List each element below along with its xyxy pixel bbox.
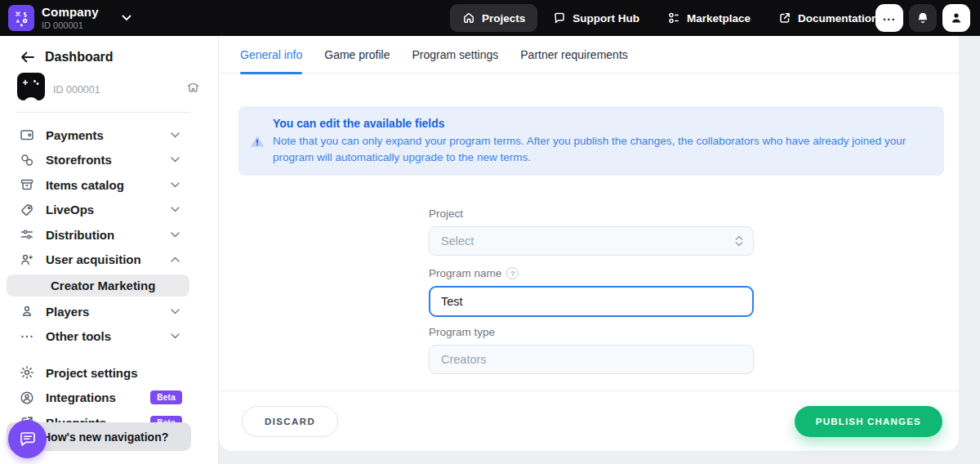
sidebar-item-liveops[interactable]: LiveOps [0,198,218,223]
project-avatar [17,73,45,100]
project-select-placeholder: Select [441,234,474,248]
tab-bar: General info Game profile Program settin… [219,36,959,74]
home-icon [462,11,475,25]
form-footer: DISCARD PUBLISH CHANGES [219,390,959,451]
sidebar-item-distribution[interactable]: Distribution [0,222,218,248]
sidebar-item-user-acquisition[interactable]: User acquisition [0,248,218,273]
program-name-input[interactable] [429,286,754,317]
sidebar-item-other-tools[interactable]: Other tools [0,324,218,350]
company-name: Company [42,6,99,20]
storefront-icon [20,153,34,167]
company-id: ID 000001 [42,20,99,30]
warning-triangle-icon [250,118,265,165]
nav-support-hub[interactable]: Support Hub [541,4,652,32]
nav-projects[interactable]: Projects [450,4,537,32]
user-plus-icon [20,252,34,267]
topbar-actions: ... [875,4,970,32]
ellipsis-icon: ... [883,10,896,23]
program-type-placeholder: Creators [441,353,487,366]
project-home-icon[interactable] [186,80,200,93]
gamepad-icon [17,73,45,100]
more-options-button[interactable]: ... [875,4,903,32]
menu-gap [0,349,218,360]
chat-bubble-icon [19,431,37,448]
back-arrow-icon [20,51,34,63]
sidebar-item-items-catalog[interactable]: Items catalog [0,172,218,198]
user-icon [20,304,34,319]
sidebar-menu: Payments Storefronts Items catalog [0,118,218,435]
info-banner-text: You can edit the available fields Note t… [273,117,931,165]
chevron-down-icon [167,309,182,315]
account-button[interactable] [942,4,970,32]
tab-game-profile[interactable]: Game profile [324,36,390,73]
external-link-icon [778,11,791,25]
select-updown-icon [735,235,743,247]
nav-documentation[interactable]: Documentation [766,4,890,32]
company-chevron-down-icon[interactable] [122,15,131,21]
tab-program-settings[interactable]: Program settings [412,36,498,73]
discard-button[interactable]: DISCARD [242,406,338,437]
sidebar-item-integrations[interactable]: Integrations Beta [0,386,218,411]
chevron-down-icon [167,157,182,163]
program-form: Project Select Program name ? Program ty… [429,207,754,374]
top-nav: Projects Support Hub Marketplace Documen… [450,0,890,36]
sidebar: Dashboard ID 000001 Payments [0,36,219,464]
info-banner-body: Note that you can only expand your progr… [273,133,931,165]
topbar: Company ID 000001 Projects Support Hub M… [0,0,980,36]
chat-icon [553,11,566,25]
publish-changes-button[interactable]: PUBLISH CHANGES [795,406,942,437]
project-name [53,78,186,84]
chat-fab-button[interactable] [8,420,47,458]
tab-general-info[interactable]: General info [240,36,302,73]
beta-badge: Beta [150,390,182,404]
project-id: ID 000001 [53,84,186,96]
nav-label: Marketplace [687,12,751,25]
dots-icon [20,329,34,344]
company-block[interactable]: Company ID 000001 [42,6,99,30]
card-icon [20,127,34,142]
project-select[interactable]: Select [429,226,754,256]
field-program-type: Program type Creators [429,326,754,374]
chevron-down-icon [167,232,182,238]
program-type-input: Creators [429,345,754,374]
project-label: Project [429,207,754,220]
chevron-down-icon [167,333,182,339]
logo-glyphs-icon [8,5,34,31]
nav-marketplace[interactable]: Marketplace [655,4,763,32]
box-icon [20,177,34,192]
sidebar-item-project-settings[interactable]: Project settings [0,360,218,386]
tag-icon [20,203,34,217]
sidebar-item-players[interactable]: Players [0,299,218,324]
bell-icon [916,11,929,25]
nav-label: Documentation [798,12,878,25]
sidebar-item-payments[interactable]: Payments [0,123,218,148]
back-label: Dashboard [45,50,114,65]
program-name-label: Program name [429,267,501,279]
project-switcher[interactable]: ID 000001 [0,69,218,110]
company-logo-icon[interactable] [8,5,34,31]
integration-icon [20,390,34,405]
main-content: General info Game profile Program settin… [219,36,959,451]
project-meta: ID 000001 [53,78,186,96]
field-program-name: Program name ? [429,267,754,317]
notifications-button[interactable] [909,4,937,32]
info-banner: You can edit the available fields Note t… [238,106,944,176]
gear-icon [20,365,34,380]
sidebar-item-storefronts[interactable]: Storefronts [0,148,218,173]
nav-label: Projects [482,12,525,25]
tab-partner-requirements[interactable]: Partner requirements [520,36,628,73]
nav-label: Support Hub [572,12,639,25]
sidebar-divider [16,112,190,113]
help-icon[interactable]: ? [506,267,519,279]
chevron-up-icon [167,257,182,262]
program-type-label: Program type [429,326,754,338]
sidebar-item-creator-marketing[interactable]: Creator Marketing [7,274,189,297]
chevron-down-icon [167,132,182,138]
marketplace-icon [667,11,680,25]
chevron-down-icon [167,207,182,212]
back-to-dashboard[interactable]: Dashboard [0,36,218,69]
info-banner-title: You can edit the available fields [273,117,931,130]
field-project: Project Select [429,207,754,256]
chevron-down-icon [167,182,182,188]
program-name-label-row: Program name ? [429,267,754,279]
